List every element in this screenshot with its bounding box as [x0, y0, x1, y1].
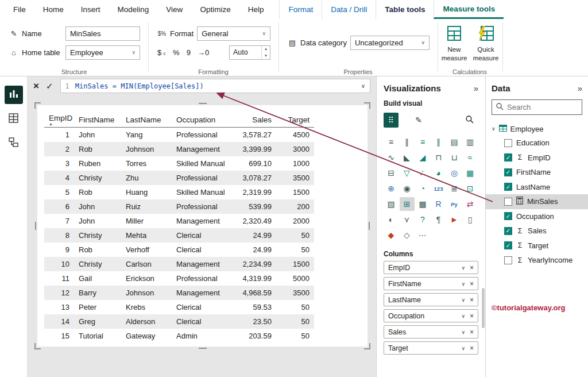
column-header-sales[interactable]: Sales [231, 111, 276, 128]
selection-handle[interactable] [34, 343, 41, 349]
pie-chart-icon[interactable]: ◕ [431, 166, 446, 180]
tab-view[interactable]: View [157, 0, 191, 19]
quick-measure-button[interactable]: Quick measure [471, 22, 501, 72]
tab-insert[interactable]: Insert [72, 0, 109, 19]
qa-icon[interactable]: ? [415, 213, 430, 226]
stacked-area-chart-icon[interactable]: ◢ [415, 151, 430, 164]
currency-format-button[interactable]: $ ∨ [157, 48, 166, 57]
new-measure-button[interactable]: New measure [439, 22, 469, 72]
collapse-pane-icon[interactable]: » [578, 83, 582, 93]
home-table-dropdown[interactable]: Employee ∨ [65, 45, 140, 60]
column-field-pill[interactable]: EmpID ∨ × [384, 261, 478, 274]
checkbox-checked-icon[interactable]: ✓ [504, 168, 512, 176]
power-apps-icon[interactable]: ⇄ [463, 197, 478, 211]
report-view-button[interactable] [5, 86, 23, 104]
checkbox-unchecked-icon[interactable] [504, 198, 512, 206]
table-visual[interactable]: EmpID ▲ FirstName LastName Occupation Sa… [37, 105, 368, 347]
search-input[interactable] [507, 103, 578, 111]
chevron-down-icon[interactable]: ∨ [461, 313, 465, 319]
waterfall-chart-icon[interactable]: ⊟ [384, 166, 399, 180]
100-stacked-column-chart-icon[interactable]: ▥ [463, 135, 478, 149]
line-and-clustered-column-chart-icon[interactable]: ⊔ [447, 151, 462, 164]
python-visual-icon[interactable]: Py [447, 197, 462, 211]
build-visual-tab[interactable]: ⠿ [384, 113, 399, 128]
treemap-icon[interactable]: ▦ [463, 166, 478, 180]
dax-formula-input[interactable]: 1 MinSales = MIN(Employee[Sales]) ∨ [60, 79, 370, 93]
tab-home[interactable]: Home [34, 0, 72, 19]
chevron-down-icon[interactable]: ∨ [461, 297, 465, 303]
data-field-empid[interactable]: ✓ Σ EmpID [486, 151, 588, 166]
selection-handle[interactable] [35, 222, 36, 230]
line-and-stacked-column-chart-icon[interactable]: ⊓ [431, 151, 446, 164]
column-header-lastname[interactable]: LastName [121, 111, 172, 128]
more-options-icon[interactable]: ⋯ [415, 228, 430, 242]
100-stacked-bar-chart-icon[interactable]: ▤ [447, 135, 462, 149]
measure-name-input[interactable]: MinSales [65, 26, 140, 41]
thousands-separator-button[interactable]: 9 [187, 48, 191, 57]
column-field-pill[interactable]: Occupation ∨ × [384, 309, 478, 322]
tab-optimize[interactable]: Optimize [191, 0, 239, 19]
report-canvas[interactable]: EmpID ▲ FirstName LastName Occupation Sa… [28, 95, 376, 377]
checkbox-checked-icon[interactable]: ✓ [504, 183, 512, 191]
remove-field-icon[interactable]: × [470, 328, 474, 336]
clustered-column-chart-icon[interactable]: ∥ [431, 135, 446, 149]
analytics-tab[interactable] [462, 113, 477, 128]
decimal-places-button[interactable]: →0 [198, 48, 209, 57]
data-field-minsales[interactable]: MinSales [486, 194, 588, 209]
remove-field-icon[interactable]: × [470, 344, 474, 352]
selection-handle[interactable] [369, 222, 370, 230]
remove-field-icon[interactable]: × [470, 296, 474, 304]
tab-table-tools[interactable]: Table tools [376, 0, 434, 19]
tab-measure-tools[interactable]: Measure tools [434, 0, 504, 19]
tab-modeling[interactable]: Modeling [109, 0, 158, 19]
area-chart-icon[interactable]: ◣ [400, 151, 415, 164]
checkbox-unchecked-icon[interactable] [504, 139, 512, 147]
data-field-sales[interactable]: ✓ Σ Sales [486, 224, 588, 238]
column-header-target[interactable]: Target [276, 111, 314, 128]
spin-down-icon[interactable]: ▾ [262, 52, 270, 59]
kpi-icon[interactable]: ⊡ [463, 182, 478, 195]
data-field-target[interactable]: ✓ Σ Target [486, 238, 588, 253]
slicer-icon[interactable]: ▧ [384, 197, 399, 211]
metrics-icon[interactable]: ► [447, 213, 462, 226]
decomposition-tree-icon[interactable]: ⋎ [400, 213, 415, 226]
chevron-down-icon[interactable]: ∨ [461, 345, 465, 351]
percent-format-button[interactable]: % [173, 48, 180, 57]
chevron-down-icon[interactable]: ∨ [461, 265, 465, 271]
chevron-down-icon[interactable]: ∨ [461, 281, 465, 287]
card-icon[interactable]: 123 [431, 182, 446, 195]
custom-visual-icon[interactable]: ◆ [384, 228, 399, 242]
decimal-places-stepper[interactable]: Auto ▴ ▾ [229, 45, 270, 60]
selection-handle[interactable] [364, 102, 370, 109]
scatter-chart-icon[interactable]: ∴ [415, 166, 430, 180]
remove-field-icon[interactable]: × [470, 280, 474, 288]
filled-map-icon[interactable]: ◉ [400, 182, 415, 195]
tab-data-drill[interactable]: Data / Drill [322, 0, 376, 19]
tab-file[interactable]: File [5, 0, 34, 19]
column-header-occupation[interactable]: Occupation [172, 111, 231, 128]
gauge-icon[interactable]: ◔ [415, 182, 430, 195]
data-field-firstname[interactable]: ✓ FirstName [486, 165, 588, 180]
selection-handle[interactable] [199, 103, 207, 104]
table-icon[interactable]: ⊞ [400, 197, 415, 211]
funnel-chart-icon[interactable]: ▽ [400, 166, 415, 180]
data-field-yearlyincome[interactable]: Σ YearlyIncome [486, 253, 588, 268]
data-view-button[interactable] [5, 110, 23, 128]
column-header-firstname[interactable]: FirstName [74, 111, 121, 128]
matrix-icon[interactable]: ▩ [415, 197, 430, 211]
clustered-bar-chart-icon[interactable]: ≡ [415, 135, 430, 149]
checkbox-checked-icon[interactable]: ✓ [504, 212, 512, 220]
spin-up-icon[interactable]: ▴ [262, 46, 270, 53]
selection-handle[interactable] [34, 102, 41, 109]
column-header-empid[interactable]: EmpID ▲ [44, 111, 74, 128]
data-field-education[interactable]: Education [486, 136, 588, 151]
smart-narrative-icon[interactable]: ¶ [431, 213, 446, 226]
checkbox-checked-icon[interactable]: ✓ [504, 241, 512, 249]
checkbox-checked-icon[interactable]: ✓ [504, 153, 512, 161]
pane-scrollbar-thumb[interactable] [482, 288, 485, 328]
map-icon[interactable]: ⊕ [384, 182, 399, 195]
commit-formula-icon[interactable]: ✓ [46, 81, 53, 91]
model-view-button[interactable] [5, 134, 23, 152]
tab-help[interactable]: Help [239, 0, 273, 19]
get-more-visuals-icon[interactable]: ◇ [400, 228, 415, 242]
